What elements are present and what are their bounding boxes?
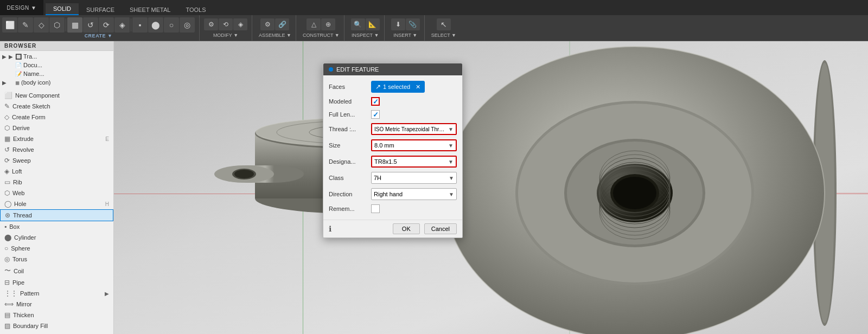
browser-header: BROWSER (0, 41, 113, 51)
toolbar-sweep[interactable]: ⟳ (99, 17, 114, 33)
sidebar-item-derive[interactable]: ⬡ Derive (0, 123, 113, 133)
sidebar-item-pipe[interactable]: ⊟ Pipe (0, 277, 113, 288)
sidebar-item-create-form[interactable]: ◇ Create Form (0, 112, 113, 123)
modeled-checkbox[interactable]: ✓ (371, 97, 380, 106)
full-length-row: Full Len... ✓ (329, 110, 457, 119)
sidebar-item-pattern[interactable]: ⋮⋮ Pattern ▶ (0, 288, 113, 299)
toolbar-select[interactable]: ↖ SELECT ▼ (431, 15, 456, 41)
faces-clear-btn[interactable]: ✕ (416, 84, 420, 91)
full-length-checkbox[interactable]: ✓ (371, 110, 380, 119)
designation-row: Designa... TR8x1.5 ▼ (329, 156, 457, 168)
toolbar-assemble[interactable]: ⚙ 🔗 ASSEMBLE ▼ (259, 15, 296, 41)
edit-feature-dialog: EDIT FEATURE Faces ↗ 1 selected ✕ (323, 63, 463, 238)
tab-solid[interactable]: SOLID (46, 3, 79, 15)
toolbar-derive[interactable]: ⬡ (49, 17, 65, 33)
remember-checkbox[interactable] (371, 204, 380, 213)
sidebar-item-boundary-fill[interactable]: ▨ Boundary Fill (0, 320, 113, 331)
shape-right-3d (407, 41, 868, 334)
dialog-header-dot (329, 67, 333, 72)
toolbar-extrude[interactable]: ▦ (67, 17, 82, 33)
sidebar-item-web[interactable]: ⬡ Web (0, 188, 113, 198)
tree-item-2[interactable]: 📝 Name... (0, 69, 113, 78)
direction-row: Direction Right hand ▼ (329, 188, 457, 200)
sidebar-item-loft[interactable]: ◈ Loft (0, 166, 113, 177)
toolbar-cyl[interactable]: ⬤ (148, 17, 163, 33)
create-section-label: CREATE ▼ (85, 33, 113, 38)
thread-type-select[interactable]: ISO Metric Trapezoidal Threa... ▼ (371, 123, 457, 135)
tab-surface[interactable]: SURFACE (79, 4, 122, 15)
sidebar-item-sphere[interactable]: ○ Sphere (0, 243, 113, 254)
faces-row: Faces ↗ 1 selected ✕ (329, 81, 457, 93)
dialog-info-icon[interactable]: ℹ (329, 224, 331, 233)
design-label: DESIGN ▼ (7, 5, 36, 11)
sidebar-item-thread[interactable]: ⊛ Thread (0, 209, 113, 221)
toolbar-revolve[interactable]: ↺ (83, 17, 98, 33)
sidebar-item-rib[interactable]: ▭ Rib (0, 177, 113, 188)
size-select[interactable]: 8.0 mm ▼ (371, 139, 457, 151)
sidebar-item-extrude[interactable]: ▦ Extrude E (0, 133, 113, 144)
toolbar-box[interactable]: ▪ (132, 17, 148, 33)
viewport[interactable]: EDIT FEATURE Faces ↗ 1 selected ✕ (114, 41, 868, 334)
tab-sheet-metal[interactable]: SHEET METAL (122, 4, 178, 15)
faces-selected-btn[interactable]: ↗ 1 selected ✕ (371, 81, 425, 93)
toolbar-modify[interactable]: ⚙ ⟲ ◈ MODIFY ▼ (204, 15, 252, 41)
toolbar-sketch[interactable]: ✎ (18, 17, 33, 33)
remember-row: Remem... (329, 204, 457, 213)
sidebar-item-coil[interactable]: 〜 Coil (0, 265, 113, 277)
toolbar-form[interactable]: ◇ (34, 17, 49, 33)
sidebar-item-mirror[interactable]: ⟺ Mirror (0, 299, 113, 310)
class-select[interactable]: 7H ▼ (371, 172, 457, 184)
size-row: Size 8.0 mm ▼ (329, 139, 457, 151)
dialog-footer: ℹ OK Cancel (323, 220, 462, 237)
sidebar-item-box[interactable]: ▪ Box (0, 221, 113, 232)
design-menu[interactable]: DESIGN ▼ (0, 0, 43, 15)
tree-item-0[interactable]: ▶ ▶ 🔲 Tra... (0, 52, 113, 61)
modeled-row: Modeled ✓ (329, 97, 457, 106)
sidebar-item-sweep[interactable]: ⟳ Sweep (0, 155, 113, 166)
toolbar-new-comp[interactable]: ⬜ (2, 17, 17, 33)
dialog-header: EDIT FEATURE (323, 63, 462, 75)
toolbar-sphere[interactable]: ○ (164, 17, 179, 33)
sidebar-item-cylinder[interactable]: ⬤ Cylinder (0, 232, 113, 243)
toolbar-torus[interactable]: ◎ (180, 17, 195, 33)
sidebar-item-thicken[interactable]: ▤ Thicken (0, 310, 113, 320)
toolbar-insert[interactable]: ⬇ 📎 INSERT ▼ (391, 15, 425, 41)
toolbar-loft[interactable]: ◈ (114, 17, 130, 33)
designation-select[interactable]: TR8x1.5 ▼ (371, 156, 457, 168)
svg-point-9 (234, 170, 254, 178)
toolbar-inspect[interactable]: 🔍 📐 INSPECT ▼ (351, 15, 385, 41)
sidebar-item-torus[interactable]: ◎ Torus (0, 254, 113, 265)
sidebar-item-create-mesh[interactable]: ▦ Create Mesh (0, 331, 113, 334)
tree-item-3[interactable]: ▶ ◼ (body icon) (0, 78, 113, 87)
class-row: Class 7H ▼ (329, 172, 457, 184)
browser-tree: ▶ ▶ 🔲 Tra... 📄 Docu... 📝 Name... ▶ (0, 51, 113, 88)
cancel-button[interactable]: Cancel (424, 223, 457, 234)
sidebar-item-hole[interactable]: ◯ Hole H (0, 198, 113, 209)
tab-tools[interactable]: TOOLS (178, 4, 213, 15)
toolbar-construct[interactable]: △ ⊕ CONSTRUCT ▼ (303, 15, 344, 41)
sidebar-item-new-component[interactable]: ⬜ New Component (0, 90, 113, 101)
sidebar-item-create-sketch[interactable]: ✎ Create Sketch (0, 101, 113, 112)
sidebar-item-revolve[interactable]: ↺ Revolve (0, 144, 113, 155)
direction-select[interactable]: Right hand ▼ (371, 188, 457, 200)
tree-item-1[interactable]: 📄 Docu... (0, 61, 113, 69)
thread-type-row: Thread :... ISO Metric Trapezoidal Threa… (329, 123, 457, 135)
ok-button[interactable]: OK (393, 223, 420, 234)
svg-point-35 (613, 177, 656, 209)
